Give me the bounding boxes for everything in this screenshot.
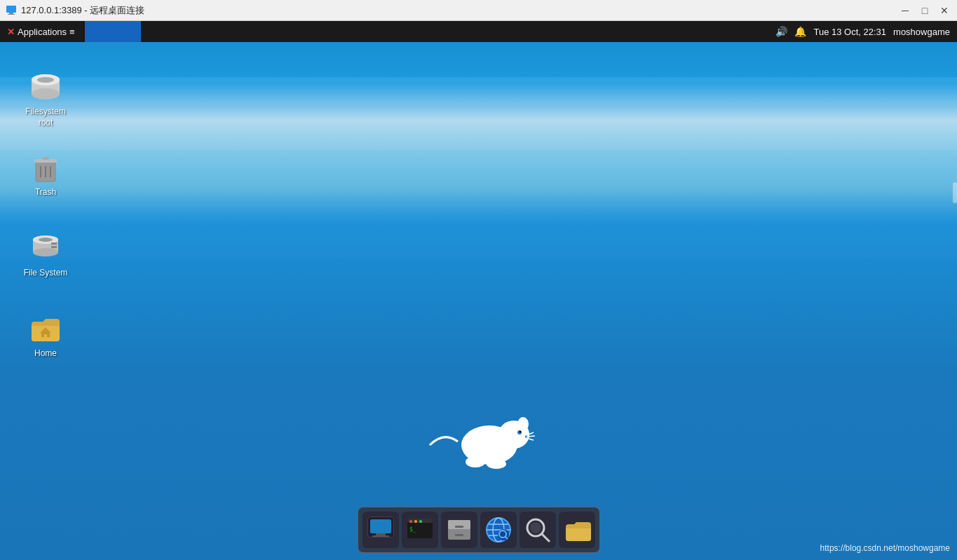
app-menu-label: Applications (18, 27, 67, 37)
dock-show-desktop[interactable] (362, 512, 399, 548)
show-desktop-dock-icon (367, 516, 395, 544)
svg-point-5 (32, 88, 60, 100)
svg-rect-37 (376, 533, 386, 535)
files-dock-icon (563, 516, 591, 544)
svg-rect-1 (9, 13, 13, 14)
browser-dock-icon (484, 516, 513, 544)
svg-rect-38 (372, 535, 389, 537)
svg-rect-2 (8, 14, 15, 15)
filesystem-root-icon-img (29, 70, 62, 104)
scrollbar-indicator[interactable] (953, 182, 957, 203)
home-icon-img (29, 312, 62, 346)
desktop-band-3 (0, 217, 957, 259)
title-bar: 127.0.0.1:3389 - 远程桌面连接 ─ □ ✕ (0, 0, 957, 21)
file-manager-dock-icon (445, 516, 473, 544)
filesystem-root-svg (29, 70, 62, 104)
svg-point-19 (39, 238, 53, 242)
svg-rect-36 (370, 519, 391, 533)
svg-rect-0 (6, 6, 16, 13)
x-icon: ✕ (7, 27, 15, 37)
taskbar-top: ✕ Applications ≡ 🔊 🔔 Tue 13 Oct, 22:31 m… (0, 21, 957, 42)
mouse-mascot-svg (423, 403, 535, 473)
datetime-label: Tue 13 Oct, 22:31 (813, 27, 886, 37)
desktop-band-2 (0, 151, 957, 196)
remote-desktop-icon (6, 5, 17, 16)
file-system-svg (29, 231, 62, 265)
svg-point-17 (33, 248, 58, 257)
dock-files[interactable] (559, 512, 595, 548)
svg-rect-20 (51, 243, 57, 245)
svg-line-30 (527, 436, 535, 437)
trash-label: Trash (35, 187, 56, 198)
svg-text:$_: $_ (409, 526, 416, 533)
minimize-button[interactable]: ─ (898, 4, 912, 18)
trash-icon-img (29, 151, 62, 184)
svg-rect-11 (42, 157, 49, 160)
svg-point-33 (487, 459, 506, 469)
username-label: moshowgame (893, 27, 950, 37)
terminal-dock-icon: $_ (406, 516, 434, 544)
active-window-indicator[interactable] (85, 21, 141, 42)
notification-bell-icon[interactable]: 🔔 (794, 26, 806, 37)
taskbar-right: 🔊 🔔 Tue 13 Oct, 22:31 moshowgame (775, 26, 957, 37)
svg-rect-47 (455, 526, 463, 528)
svg-point-32 (466, 456, 485, 467)
speaker-icon[interactable]: 🔊 (775, 26, 787, 37)
app-menu-symbol: ≡ (69, 27, 75, 37)
title-bar-controls: ─ □ ✕ (898, 4, 951, 18)
desktop: Filesystem root Trash (0, 42, 957, 560)
applications-menu[interactable]: ✕ Applications ≡ (0, 21, 82, 42)
file-system-icon-img (29, 231, 62, 265)
file-system-label: File System (24, 268, 68, 279)
desktop-icon-file-system[interactable]: File System (14, 231, 77, 279)
desktop-icon-home[interactable]: Home (14, 312, 77, 360)
svg-point-60 (530, 522, 541, 533)
mouse-mascot (423, 403, 535, 476)
home-svg (29, 312, 62, 346)
svg-point-7 (37, 77, 54, 83)
bottom-url: https://blog.csdn.net/moshowgame (820, 543, 950, 553)
svg-line-59 (542, 534, 549, 541)
svg-rect-48 (455, 534, 463, 536)
svg-point-42 (409, 520, 412, 523)
svg-point-43 (414, 520, 417, 523)
svg-point-27 (519, 431, 521, 433)
dock: $_ (358, 507, 600, 553)
search-dock-icon (524, 516, 552, 544)
svg-point-44 (419, 520, 422, 523)
trash-svg (29, 151, 62, 184)
title-bar-text: 127.0.0.1:3389 - 远程桌面连接 (21, 4, 898, 17)
dock-file-manager[interactable] (441, 512, 477, 548)
svg-point-25 (517, 417, 529, 431)
filesystem-root-label: Filesystem root (25, 107, 65, 128)
desktop-icon-trash[interactable]: Trash (14, 151, 77, 198)
svg-rect-46 (448, 520, 470, 529)
desktop-band-1 (0, 77, 957, 105)
dock-search[interactable] (520, 512, 556, 548)
dock-terminal[interactable]: $_ (402, 512, 438, 548)
home-label: Home (34, 348, 57, 360)
close-button[interactable]: ✕ (937, 4, 951, 18)
desktop-icon-filesystem-root[interactable]: Filesystem root (14, 70, 77, 128)
maximize-button[interactable]: □ (918, 4, 932, 18)
svg-rect-21 (51, 246, 57, 248)
dock-browser[interactable] (480, 512, 517, 548)
